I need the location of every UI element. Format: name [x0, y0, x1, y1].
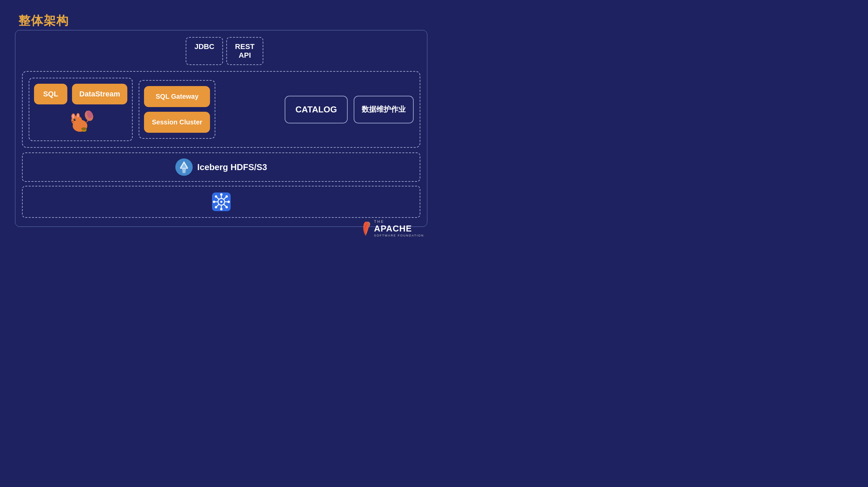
iceberg-section: Iceberg HDFS/S3 — [22, 152, 420, 182]
left-group: SQL DataStream — [29, 78, 133, 141]
svg-point-6 — [74, 119, 76, 121]
main-container: JDBC REST API SQL DataStream — [15, 30, 427, 227]
apache-the-label: THE — [374, 220, 424, 224]
svg-point-30 — [220, 208, 222, 210]
page-title: 整体架构 — [18, 13, 69, 29]
svg-point-35 — [225, 196, 228, 198]
iceberg-logo-icon — [175, 159, 193, 176]
svg-point-33 — [215, 196, 217, 198]
svg-point-29 — [220, 194, 222, 196]
apache-feather-icon — [360, 219, 371, 237]
sql-box: SQL — [34, 84, 67, 105]
apache-main-label: APACHE — [374, 224, 424, 234]
sql-gateway-box: SQL Gateway — [144, 86, 210, 107]
svg-point-5 — [78, 114, 79, 117]
datastream-box: DataStream — [72, 84, 127, 105]
svg-point-12 — [81, 127, 87, 130]
apache-text: THE APACHE SOFTWARE FOUNDATION — [374, 220, 424, 237]
svg-point-3 — [72, 114, 74, 118]
center-group: SQL Gateway Session Cluster — [139, 80, 215, 139]
jdbc-box: JDBC — [186, 37, 223, 65]
left-top-row: SQL DataStream — [34, 84, 127, 105]
kubernetes-section — [22, 186, 420, 218]
svg-point-31 — [213, 201, 215, 203]
maintenance-box: 数据维护作业 — [354, 96, 414, 123]
kubernetes-logo-icon — [211, 192, 231, 212]
svg-point-20 — [220, 201, 222, 203]
svg-rect-16 — [180, 168, 188, 169]
svg-point-7 — [75, 119, 75, 120]
top-section: JDBC REST API — [22, 37, 420, 65]
middle-section: SQL DataStream — [22, 71, 420, 148]
apache-sub-label: SOFTWARE FOUNDATION — [374, 234, 424, 237]
svg-point-32 — [227, 201, 230, 203]
svg-point-8 — [72, 121, 74, 122]
rest-api-box: REST API — [226, 37, 264, 65]
catalog-box: CATALOG — [285, 96, 348, 123]
iceberg-label: Iceberg HDFS/S3 — [197, 162, 267, 172]
right-groups: CATALOG 数据维护作业 — [285, 96, 414, 123]
svg-marker-17 — [182, 169, 186, 173]
session-cluster-box: Session Cluster — [144, 112, 210, 133]
squirrel-icon — [67, 108, 94, 135]
svg-point-34 — [225, 206, 228, 208]
svg-point-36 — [215, 206, 217, 208]
apache-logo: THE APACHE SOFTWARE FOUNDATION — [360, 219, 424, 237]
